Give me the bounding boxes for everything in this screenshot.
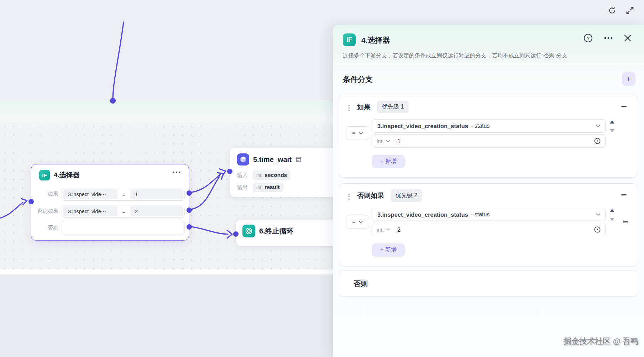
chevron-down-icon	[596, 213, 600, 216]
remove-condition-button[interactable]	[622, 218, 628, 226]
operator-value: =	[352, 219, 355, 225]
priority-stepper[interactable]	[608, 120, 616, 132]
drag-handle[interactable]	[348, 104, 351, 112]
close-icon	[624, 34, 632, 42]
node-selector[interactable]: IF 4.选择器 ⋯ 如果 3.inspect_vide⋯ = 1 否则如果 3…	[31, 164, 189, 241]
value-type: int.	[377, 227, 384, 233]
port-selector-if-output[interactable]	[187, 190, 192, 196]
io-label: 输入	[237, 172, 248, 179]
selector-node-title: 4.选择器	[54, 170, 80, 180]
row-label: 否则如果	[12, 208, 58, 215]
if-node-icon: IF	[39, 170, 50, 180]
port-break-loop-input[interactable]	[233, 231, 239, 237]
close-panel-button[interactable]	[622, 33, 633, 43]
help-button[interactable]: ?	[583, 33, 593, 43]
input-divider	[393, 137, 393, 145]
panel-more-button[interactable]	[601, 33, 616, 43]
reference-field: - status	[471, 123, 489, 129]
minus-icon	[621, 194, 627, 195]
port-selector-input[interactable]	[28, 199, 34, 204]
condition-summary[interactable]: 3.inspect_vide⋯ = 2	[62, 205, 185, 218]
input-divider	[393, 226, 393, 233]
time-wait-input-row: 输入 int. seconds	[237, 170, 290, 180]
priority-badge: 优先级 1	[377, 101, 409, 113]
branch-header: 如果 优先级 1	[357, 101, 409, 113]
value-text: 1	[397, 138, 400, 145]
io-name: result	[265, 184, 279, 190]
add-condition-button[interactable]: + 新增	[372, 155, 405, 168]
plugin-cube-icon	[237, 153, 249, 166]
reference-select[interactable]: 3.inspect_video_creation_status - status	[372, 119, 606, 133]
drag-handle[interactable]	[348, 193, 351, 201]
time-toggle-button[interactable]	[594, 226, 601, 233]
refresh-icon	[608, 6, 617, 15]
chevron-down-icon	[596, 125, 600, 127]
condition-summary[interactable]: 3.inspect_vide⋯ = 1	[62, 188, 185, 201]
watermark: 掘金技术社区 @ 吾鸣	[564, 336, 638, 347]
port-selector-elseif-output[interactable]	[187, 208, 192, 213]
operator-select[interactable]: =	[346, 126, 369, 140]
time-wait-header: 5.time_wait	[237, 153, 302, 166]
node-time-wait[interactable]: 5.time_wait 输入 int. seconds 输出 int. resu…	[230, 148, 337, 197]
time-toggle-button[interactable]	[594, 137, 601, 145]
panel-if-icon: IF	[343, 33, 356, 46]
io-type: int.	[256, 185, 262, 190]
add-condition-button[interactable]: + 新增	[372, 243, 405, 257]
stepper-up-icon	[610, 120, 614, 124]
reference-variable: 3.inspect_video_creation_status	[377, 123, 468, 130]
branch-label: 否则如果	[357, 191, 384, 200]
value-type: int.	[377, 138, 384, 144]
minus-icon	[623, 221, 628, 222]
else-label: 否则	[354, 279, 368, 289]
io-label: 输出	[237, 184, 248, 191]
reference-select[interactable]: 3.inspect_video_creation_status - status	[372, 208, 606, 221]
more-dots-icon	[604, 37, 613, 40]
add-branch-button[interactable]: +	[622, 72, 635, 86]
minus-icon	[621, 106, 627, 107]
refresh-button[interactable]	[607, 5, 617, 15]
value-input[interactable]: int. 1	[372, 134, 606, 148]
operator-select[interactable]: =	[346, 215, 369, 229]
node-config-panel: IF 4.选择器 ? 连接多个下游分支，若设定的条件成立则仅运行对应的分支，若均…	[333, 25, 644, 357]
help-icon: ?	[584, 34, 592, 42]
reference-variable: 3.inspect_video_creation_status	[377, 211, 468, 218]
operator-value: =	[352, 130, 355, 136]
expand-button[interactable]	[625, 5, 635, 15]
stepper-down-icon	[610, 218, 614, 221]
clock-icon	[594, 137, 601, 145]
value-text: 2	[397, 226, 400, 233]
clock-icon	[594, 226, 601, 233]
section-title-condition-branches: 条件分支	[343, 74, 373, 84]
break-loop-icon	[242, 225, 255, 237]
value-input[interactable]: int. 2	[372, 223, 606, 236]
io-pill: int. seconds	[253, 170, 290, 180]
panel-title: 4.选择器	[361, 35, 390, 45]
time-wait-output-row: 输出 int. result	[237, 183, 283, 192]
io-type: int.	[256, 173, 262, 178]
target-icon	[245, 227, 253, 235]
io-name: seconds	[265, 172, 287, 178]
branch-card-elseif: 否则如果 优先级 2 = 3.inspect_video_creation_st…	[339, 183, 637, 266]
remove-branch-button[interactable]	[621, 102, 627, 110]
reference-field: - status	[471, 211, 489, 218]
row-label: 如果	[12, 191, 58, 198]
row-label: 否则	[12, 225, 58, 231]
port-selector-else-output[interactable]	[187, 224, 192, 230]
condition-value-pill: 2	[130, 206, 183, 216]
cube-icon	[239, 156, 247, 163]
panel-divider	[333, 65, 644, 65]
condition-operator: =	[117, 209, 130, 215]
chevron-down-icon	[386, 229, 390, 231]
node-more-icon[interactable]: ⋯	[172, 167, 182, 178]
chevron-down-icon	[359, 132, 363, 135]
stepper-down-icon	[610, 129, 614, 132]
branch-header: 否则如果 优先级 2	[357, 189, 422, 202]
stepper-up-icon	[610, 209, 614, 212]
node-break-loop[interactable]: 6.终止循环	[236, 220, 337, 246]
chevron-down-icon	[386, 140, 390, 142]
priority-stepper[interactable]	[608, 209, 616, 221]
port-time-wait-input[interactable]	[227, 169, 232, 174]
break-loop-header: 6.终止循环	[242, 225, 294, 237]
else-empty-box[interactable]	[62, 221, 185, 235]
remove-branch-button[interactable]	[621, 191, 627, 199]
